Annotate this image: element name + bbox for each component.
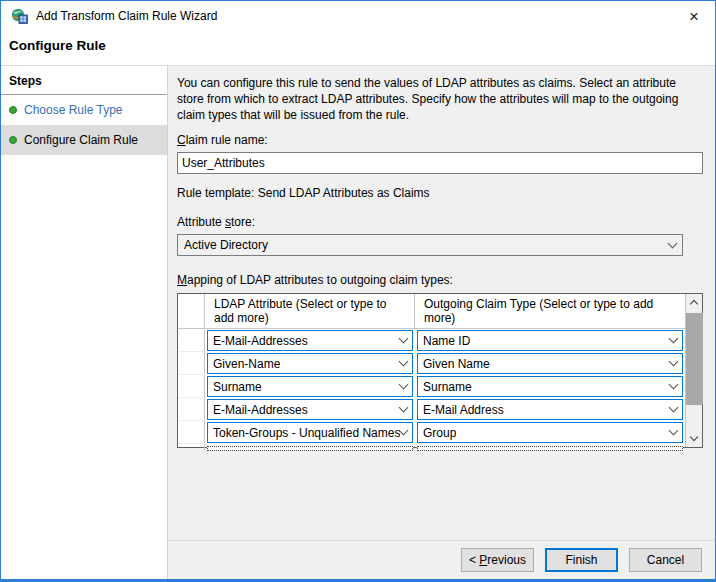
table-row: E-Mail-Addresses E-Mail Address: [178, 398, 685, 421]
cancel-button[interactable]: Cancel: [629, 548, 702, 572]
mapping-label: Mapping of LDAP attributes to outgoing c…: [177, 273, 703, 287]
chevron-down-icon: [669, 380, 679, 390]
row-selector[interactable]: [178, 398, 205, 421]
chevron-down-icon: [669, 334, 679, 344]
attribute-store-value: Active Directory: [184, 238, 268, 252]
row-selector[interactable]: [178, 444, 205, 451]
table-row: Given-Name Given Name: [178, 352, 685, 375]
outgoing-claim-select-row-3[interactable]: Surname: [417, 376, 683, 397]
ldap-attribute-new-cell[interactable]: [207, 446, 413, 451]
table-scrollbar[interactable]: [685, 294, 702, 447]
ldap-attribute-select-row-4[interactable]: E-Mail-Addresses: [207, 399, 413, 420]
close-icon: ×: [689, 8, 699, 25]
adfs-wizard-icon: [11, 8, 28, 24]
chevron-down-icon: [669, 403, 679, 413]
configure-rule-panel: You can configure this rule to send the …: [168, 66, 715, 540]
wizard-window: Add Transform Claim Rule Wizard × Config…: [0, 0, 716, 582]
ldap-attribute-column-header[interactable]: LDAP Attribute (Select or type to add mo…: [205, 294, 415, 328]
chevron-up-icon: [690, 300, 698, 308]
chevron-down-icon: [399, 426, 409, 436]
chevron-down-icon: [399, 403, 409, 413]
steps-title: Steps: [1, 66, 167, 95]
claim-rule-name-value: User_Attributes: [182, 156, 265, 170]
row-selector[interactable]: [178, 329, 205, 352]
scroll-down-button[interactable]: [686, 430, 703, 447]
chevron-down-icon: [399, 380, 409, 390]
sidebar-item-choose-rule-type[interactable]: Choose Rule Type: [1, 95, 167, 125]
table-row: E-Mail-Addresses Name ID: [178, 329, 685, 352]
ldap-attribute-select-row-3[interactable]: Surname: [207, 376, 413, 397]
row-selector[interactable]: [178, 421, 205, 444]
window-title: Add Transform Claim Rule Wizard: [36, 9, 681, 23]
close-button[interactable]: ×: [681, 5, 707, 27]
ldap-attribute-select-row-5[interactable]: Token-Groups - Unqualified Names: [207, 422, 413, 443]
claim-rule-name-input[interactable]: User_Attributes: [177, 152, 703, 174]
previous-button[interactable]: < Previous: [461, 548, 534, 572]
scrollbar-thumb[interactable]: [686, 313, 703, 405]
row-selector[interactable]: [178, 352, 205, 375]
scrollbar-track[interactable]: [686, 311, 703, 430]
scroll-up-button[interactable]: [686, 294, 703, 311]
ldap-attribute-select-row-2[interactable]: Given-Name: [207, 353, 413, 374]
rule-template-text: Rule template: Send LDAP Attributes as C…: [177, 186, 703, 200]
outgoing-claim-new-cell[interactable]: [417, 446, 683, 451]
row-selector-header[interactable]: [178, 294, 205, 328]
outgoing-claim-select-row-4[interactable]: E-Mail Address: [417, 399, 683, 420]
chevron-down-icon: [399, 334, 409, 344]
ldap-attribute-select-row-1[interactable]: E-Mail-Addresses: [207, 330, 413, 351]
step-complete-icon: [9, 136, 17, 144]
step-complete-icon: [9, 106, 17, 114]
rule-description: You can configure this rule to send the …: [177, 75, 703, 123]
table-new-row: [178, 444, 685, 451]
chevron-down-icon: [399, 357, 409, 367]
table-header-row: LDAP Attribute (Select or type to add mo…: [178, 294, 685, 329]
title-bar: Add Transform Claim Rule Wizard ×: [1, 1, 715, 31]
attribute-store-select[interactable]: Active Directory: [177, 234, 683, 256]
table-row: Surname Surname: [178, 375, 685, 398]
page-title: Configure Rule: [9, 38, 106, 53]
outgoing-claim-column-header[interactable]: Outgoing Claim Type (Select or type to a…: [415, 294, 685, 328]
row-selector[interactable]: [178, 375, 205, 398]
finish-button[interactable]: Finish: [545, 548, 618, 572]
chevron-down-icon: [690, 433, 698, 441]
chevron-down-icon: [669, 426, 679, 436]
outgoing-claim-select-row-2[interactable]: Given Name: [417, 353, 683, 374]
mapping-table: LDAP Attribute (Select or type to add mo…: [177, 293, 703, 448]
attribute-store-label: Attribute store:: [177, 215, 703, 229]
table-row: Token-Groups - Unqualified Names Group: [178, 421, 685, 444]
chevron-down-icon: [668, 238, 678, 248]
steps-sidebar: Steps Choose Rule Type Configure Claim R…: [1, 66, 168, 579]
outgoing-claim-select-row-5[interactable]: Group: [417, 422, 683, 443]
outgoing-claim-select-row-1[interactable]: Name ID: [417, 330, 683, 351]
chevron-down-icon: [669, 357, 679, 367]
step-label: Choose Rule Type: [24, 103, 123, 117]
sidebar-item-configure-claim-rule[interactable]: Configure Claim Rule: [1, 125, 167, 155]
claim-rule-name-label: Claim rule name:: [177, 133, 703, 147]
step-label: Configure Claim Rule: [24, 133, 138, 147]
page-header: Configure Rule: [1, 31, 715, 65]
wizard-button-bar: < Previous Finish Cancel: [168, 540, 715, 579]
